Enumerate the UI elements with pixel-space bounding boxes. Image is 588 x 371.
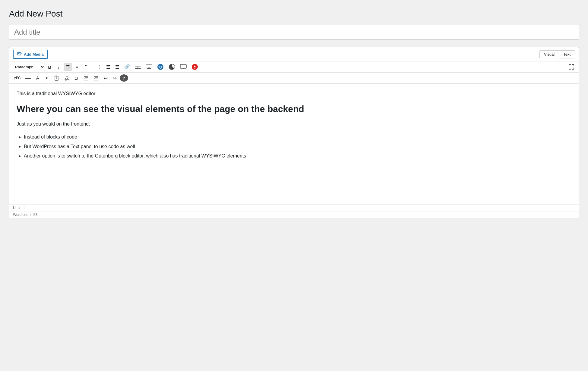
bolt-plugin-button[interactable]: [189, 63, 200, 71]
special-chars-button[interactable]: Ω: [72, 74, 81, 82]
page-title: Add New Post: [9, 9, 579, 19]
svg-point-20: [171, 66, 172, 67]
content-paragraph-1: This is a traditional WYSIWYG editor: [17, 90, 571, 98]
indent-icon: [83, 76, 89, 80]
text-color-dropdown[interactable]: ▼: [43, 74, 51, 82]
paragraph-format-select[interactable]: Paragraph Heading 1 Heading 2 Heading 3 …: [12, 63, 45, 71]
indent-button[interactable]: [81, 74, 91, 82]
blockquote-button[interactable]: “: [82, 63, 90, 71]
svg-rect-21: [180, 64, 186, 68]
redo-button[interactable]: ↪: [111, 74, 119, 82]
svg-rect-15: [147, 68, 151, 69]
content-list: Instead of blocks of code But WordPress …: [17, 133, 571, 160]
align-center-button[interactable]: ☰: [104, 63, 112, 71]
read-more-icon: [135, 65, 141, 69]
svg-rect-9: [147, 66, 147, 66]
svg-rect-12: [147, 67, 147, 67]
svg-rect-14: [151, 67, 151, 67]
wifi-icon: [157, 64, 164, 70]
bold-button[interactable]: B: [46, 63, 54, 71]
paste-text-button[interactable]: [52, 74, 61, 82]
add-media-button[interactable]: Add Media: [13, 50, 48, 59]
add-media-icon: [17, 52, 22, 57]
word-count-bar: Word count: 58: [9, 211, 579, 218]
word-count-text: Word count: 58: [13, 213, 37, 217]
help-button[interactable]: ?: [120, 74, 128, 82]
align-left-button[interactable]: ⋮⋮: [91, 63, 103, 71]
align-right-button[interactable]: ☰: [113, 63, 122, 71]
expand-icon: [568, 64, 574, 70]
post-title-input[interactable]: [14, 28, 574, 36]
svg-rect-11: [149, 66, 150, 66]
strikethrough-button[interactable]: ABC: [12, 74, 23, 82]
editor-tabs: Visual Text: [539, 50, 575, 58]
text-color-button[interactable]: A: [33, 74, 42, 82]
svg-rect-26: [55, 76, 57, 76]
editor-top-bar: Add Media Visual Text: [9, 47, 579, 61]
keyboard-icon: [146, 64, 152, 69]
chart-icon: [169, 64, 175, 70]
link-button[interactable]: 🔗: [122, 63, 132, 71]
add-media-label: Add Media: [24, 52, 44, 57]
editor-breadcrumb: UL » LI: [9, 204, 579, 211]
svg-rect-25: [55, 76, 58, 80]
unordered-list-button[interactable]: ☰: [64, 63, 72, 71]
svg-rect-13: [148, 67, 150, 67]
undo-button[interactable]: ↩: [102, 74, 110, 82]
monitor-icon: [180, 64, 187, 70]
page-builder-button[interactable]: [178, 63, 189, 71]
outdent-button[interactable]: [91, 74, 101, 82]
list-item: But WordPress has a Text panel to use co…: [24, 143, 571, 151]
editor-wrapper: Add Media Visual Text Paragraph Heading …: [9, 47, 579, 218]
clear-format-button[interactable]: [62, 74, 71, 82]
paste-icon: [54, 75, 59, 81]
wifi-plugin-button[interactable]: [155, 63, 166, 71]
keyboard-shortcuts-button[interactable]: [144, 63, 154, 71]
editor-content-area[interactable]: This is a traditional WYSIWYG editor Whe…: [9, 84, 579, 204]
outdent-icon: [93, 76, 99, 80]
bolt-icon: [191, 64, 198, 70]
svg-rect-4: [135, 67, 141, 67]
chart-plugin-button[interactable]: [166, 63, 177, 71]
visual-tab[interactable]: Visual: [539, 50, 559, 58]
read-more-button[interactable]: [133, 63, 143, 71]
fullscreen-button[interactable]: [567, 63, 576, 71]
toolbar-row-1: Paragraph Heading 1 Heading 2 Heading 3 …: [9, 61, 579, 73]
svg-point-18: [160, 68, 161, 69]
horizontal-rule-button[interactable]: —: [23, 74, 33, 82]
svg-rect-10: [148, 66, 149, 66]
list-item: Another option is to switch to the Guten…: [24, 152, 571, 160]
ordered-list-button[interactable]: ≡: [73, 63, 81, 71]
list-item: Instead of blocks of code: [24, 133, 571, 141]
eraser-icon: [64, 75, 69, 81]
toolbar-row-2: ABC — A ▼: [9, 73, 579, 84]
breadcrumb-text: UL » LI: [13, 206, 24, 210]
content-paragraph-2: Just as you would on the frontend.: [17, 120, 571, 128]
svg-rect-16: [151, 66, 152, 66]
text-tab[interactable]: Text: [559, 50, 575, 58]
title-input-wrapper: [9, 25, 579, 40]
italic-button[interactable]: I: [55, 63, 63, 71]
content-heading: Where you can see the visual elements of…: [17, 103, 571, 115]
